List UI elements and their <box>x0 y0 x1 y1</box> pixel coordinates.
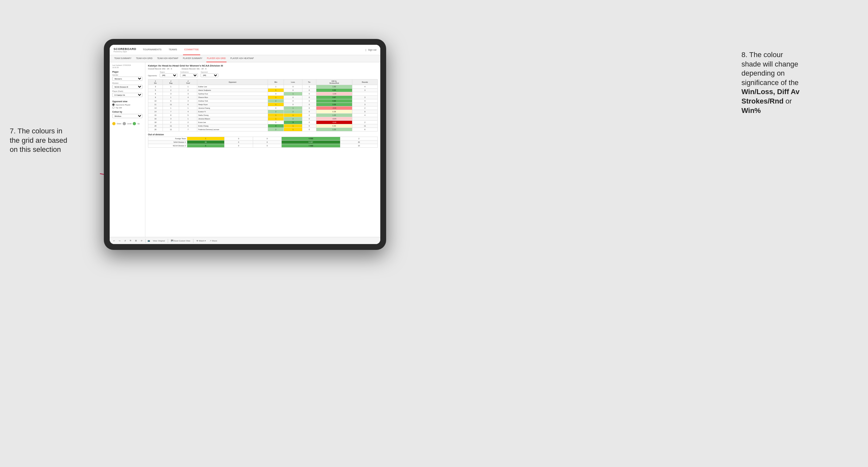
cell-conf: 6 <box>179 103 197 106</box>
cell-tie: 0 <box>302 89 316 92</box>
sign-out-link[interactable]: Sign out <box>368 49 376 51</box>
table-row: 20 11 6 Emily Chang 4 1 0 0.30 11 <box>148 124 378 128</box>
col-conf: #Conf <box>179 80 197 85</box>
cell-reg: 7 <box>163 110 179 114</box>
opponent-view-title: Opponent view <box>112 100 143 102</box>
tablet-screen: SCOREBOARD Powered by clippd TOURNAMENTS… <box>110 45 380 244</box>
radio-top100-label: Top 100 <box>116 107 122 109</box>
division-label: Division <box>112 82 143 84</box>
opponent-label: Opponent <box>200 71 218 73</box>
cell-div: 18 <box>148 121 163 124</box>
legend-up-label: Up <box>137 123 140 125</box>
ood-cell-loss: 0 <box>224 144 253 148</box>
cell-diff: 1.25 <box>316 114 352 117</box>
share-btn[interactable]: ↗ Share <box>209 239 218 242</box>
col-diff: Diff AvStrokes/Rnd <box>316 80 352 85</box>
ood-cell-win: 5 <box>187 144 224 148</box>
sub-nav-team-summary[interactable]: TEAM SUMMARY <box>114 55 132 62</box>
conference-filter-group: Conference (All) <box>180 71 198 77</box>
sub-nav-team-h2h-grid[interactable]: TEAM H2H GRID <box>135 55 153 62</box>
cell-conf: 5 <box>179 114 197 117</box>
col-div: #Div <box>148 80 163 85</box>
cell-conf: 2 <box>179 121 197 124</box>
cell-diff: -3.00 <box>316 106 352 110</box>
cell-diff: -1.00 <box>316 92 352 96</box>
cell-opponent: Euna Lee <box>197 121 268 124</box>
cell-rounds: 4 <box>352 114 377 117</box>
sub-nav-player-summary[interactable]: PLAYER SUMMARY <box>182 55 203 62</box>
cell-diff: 1.33 <box>316 128 352 131</box>
paste-btn[interactable]: ⌘ <box>134 239 138 242</box>
cell-win: 1 <box>268 96 284 99</box>
gender-select[interactable]: Women's <box>112 76 143 81</box>
conference-select[interactable]: (All) <box>180 73 198 77</box>
cell-opponent: Eunice Yi <box>197 110 268 114</box>
opponent-select[interactable]: (All) <box>200 73 218 77</box>
cell-conf: 4 <box>179 110 197 114</box>
table-row: 13 1 1 Jessica Huang 0 1 0 -3.00 2 <box>148 106 378 110</box>
back-btn[interactable]: ↺ <box>123 239 127 242</box>
nav-item-tournaments[interactable]: TOURNAMENTS <box>142 45 163 55</box>
player-section-title: Player <box>112 71 143 73</box>
radio-dot-opponents <box>112 103 115 106</box>
cell-rounds <box>352 117 377 121</box>
undo-btn[interactable]: ↩ <box>112 239 116 242</box>
sub-nav-player-h2h-grid[interactable]: PLAYER H2H GRID <box>206 55 226 62</box>
division-select[interactable]: NCAA Division III <box>112 85 143 89</box>
nav-items: TOURNAMENTS TEAMS COMMITTEE <box>142 45 365 55</box>
view-original-btn[interactable]: View: Original <box>152 240 166 242</box>
table-row: 5 2 2 Alexis Sudjianto 1 0 0 4.00 3 <box>148 89 378 92</box>
watch-btn[interactable]: 👁 Watch ▾ <box>195 239 207 242</box>
right-annotation-bold2: Diff Av <box>777 88 800 96</box>
cell-reg: 3 <box>163 92 179 96</box>
cell-opponent: Heejo Hyun <box>197 103 268 106</box>
cell-loss: 1 <box>284 92 303 96</box>
refresh-btn[interactable]: ⟳ <box>140 239 144 242</box>
cell-tie: 0 <box>302 117 316 121</box>
cell-opponent: Stella Cheng <box>197 114 268 117</box>
cell-tie: 0 <box>302 106 316 110</box>
ood-cell-loss: 0 <box>224 137 253 141</box>
cell-opponent: Sydney Kuo <box>197 92 268 96</box>
player-rank-select[interactable]: 8. Katelyn Vo <box>112 93 143 97</box>
cell-loss: 1 <box>284 124 303 128</box>
cell-tie: 0 <box>302 103 316 106</box>
col-rounds: Rounds <box>352 80 377 85</box>
table-row: 15 8 5 Stella Cheng 1 1 0 1.25 4 <box>148 114 378 117</box>
ood-cell-diff: 9.267 <box>281 141 340 144</box>
ood-cell-diff: 4.500 <box>281 137 340 141</box>
cell-opponent: Andrea York <box>197 99 268 103</box>
logo-text: SCOREBOARD <box>114 48 136 51</box>
ood-cell-tie: 0 <box>253 137 281 141</box>
cell-tie: 0 <box>302 128 316 131</box>
nav-item-committee[interactable]: COMMITTEE <box>183 45 200 55</box>
ood-cell-opponent: NCAA Division 2 <box>148 144 187 148</box>
opponent-filter-group: Opponent (All) <box>200 71 218 77</box>
col-opponent: Opponent <box>197 80 268 85</box>
region-select[interactable]: (All) <box>160 73 178 77</box>
save-custom-btn[interactable]: 💾 Save Custom View <box>170 239 191 242</box>
cell-tie: 0 <box>302 110 316 114</box>
table-row: 9 1 4 Sharon Mun 1 0 0 3.67 3 <box>148 96 378 99</box>
sub-nav-player-h2h-heatmap[interactable]: PLAYER H2H HEATMAP <box>230 55 255 62</box>
grid-title: Katelyn Vo Head-to-Head Grid for Women's… <box>148 64 378 67</box>
radio-dot-top100 <box>112 106 115 109</box>
redo-btn[interactable]: ↪ <box>118 239 121 242</box>
cell-loss: 2 <box>284 110 303 114</box>
left-panel: Last Updated: 27/03/2024 16:55:38 Player… <box>110 62 145 237</box>
cell-diff: 0.30 <box>316 124 352 128</box>
table-row: 3 1 1 Esther Lee 1 0 1 1.50 4 <box>148 85 378 89</box>
left-annotation: 7. The colours in the grid are based on … <box>10 127 101 154</box>
sub-nav-team-h2h-heatmap[interactable]: TEAM H2H HEATMAP <box>156 55 179 62</box>
nav-item-teams[interactable]: TEAMS <box>167 45 179 55</box>
right-annotation-or: or <box>784 97 792 105</box>
radio-top100[interactable]: Top 100 <box>112 106 143 109</box>
ood-cell-tie: 0 <box>253 141 281 144</box>
ood-table-row: NCAA Division 2 5 0 0 7.400 10 <box>148 144 378 148</box>
colour-by-select[interactable]: Win/loss <box>112 114 143 118</box>
copy-btn[interactable]: ⧉ <box>129 239 132 242</box>
cell-rounds: 4 <box>352 85 377 89</box>
right-panel: Katelyn Vo Head-to-Head Grid for Women's… <box>145 62 380 237</box>
radio-opponents-played[interactable]: Opponents Played <box>112 103 143 106</box>
ood-cell-win: 1 <box>187 137 224 141</box>
